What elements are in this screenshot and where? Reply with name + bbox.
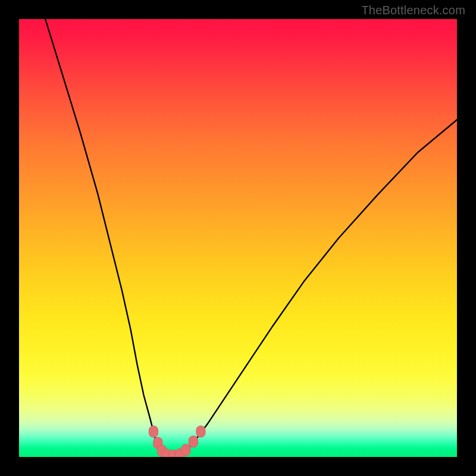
plot-area [19, 19, 457, 457]
bottleneck-curve [45, 19, 457, 456]
chart-svg [19, 19, 457, 457]
valley-markers [149, 426, 205, 457]
svg-rect-6 [181, 444, 190, 456]
watermark-text: TheBottleneck.com [361, 4, 465, 17]
chart-frame: TheBottleneck.com [0, 0, 476, 476]
svg-rect-8 [196, 426, 205, 437]
svg-rect-0 [149, 426, 158, 437]
svg-rect-7 [189, 436, 198, 447]
